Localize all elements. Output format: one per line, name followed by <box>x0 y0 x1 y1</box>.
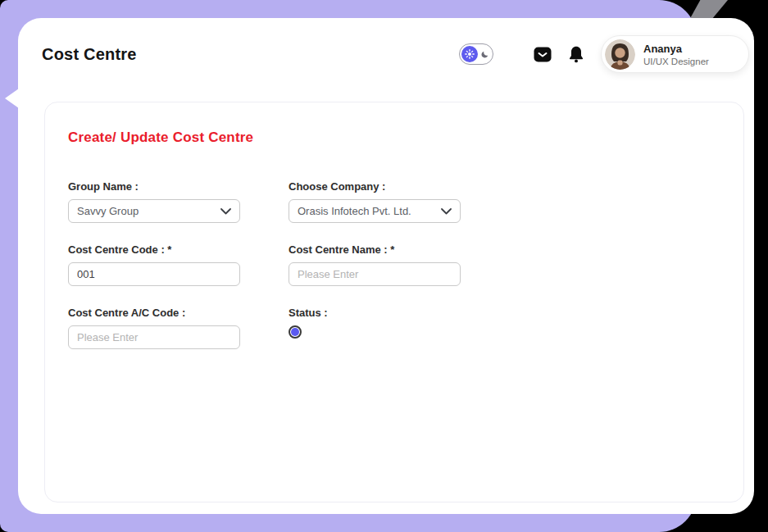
status-label: Status : <box>289 307 461 319</box>
form-grid: Group Name : Savvy Group Choose Company … <box>68 180 720 349</box>
field-status: Status : <box>289 307 461 349</box>
user-profile-chip[interactable]: Ananya UI/UX Designer <box>601 35 749 73</box>
choose-company-label: Choose Company : <box>289 180 461 193</box>
cost-centre-form-card: Create/ Update Cost Centre Group Name : … <box>44 102 744 502</box>
theme-toggle[interactable] <box>459 43 493 65</box>
chevron-down-icon <box>441 208 452 215</box>
page-title: Cost Centre <box>42 45 137 64</box>
bell-icon <box>569 46 584 63</box>
cost-centre-code-label: Cost Centre Code : * <box>68 243 240 256</box>
avatar <box>605 39 635 70</box>
panel-tail-notch <box>5 89 19 108</box>
header-actions: Ananya UI/UX Designer <box>459 35 749 73</box>
chevron-down-icon <box>220 208 231 215</box>
user-meta: Ananya UI/UX Designer <box>643 43 709 66</box>
field-cost-centre-name: Cost Centre Name : * <box>289 243 461 286</box>
group-name-label: Group Name : <box>68 180 240 193</box>
cost-centre-name-label: Cost Centre Name : * <box>289 243 461 256</box>
user-role: UI/UX Designer <box>643 57 709 66</box>
cost-centre-ac-code-label: Cost Centre A/C Code : <box>68 307 240 319</box>
mail-button[interactable] <box>534 47 552 62</box>
choose-company-value: Orasis Infotech Pvt. Ltd. <box>298 205 441 217</box>
form-heading: Create/ Update Cost Centre <box>68 130 720 146</box>
status-radio[interactable] <box>289 325 302 339</box>
user-name: Ananya <box>643 43 709 55</box>
field-choose-company: Choose Company : Orasis Infotech Pvt. Lt… <box>289 180 461 223</box>
cost-centre-code-input[interactable] <box>68 262 240 286</box>
status-radio-dot <box>291 328 299 336</box>
field-cost-centre-ac-code: Cost Centre A/C Code : <box>68 307 240 349</box>
cost-centre-ac-code-input[interactable] <box>68 325 240 349</box>
field-group-name: Group Name : Savvy Group <box>68 180 240 223</box>
sun-icon <box>461 46 478 62</box>
group-name-value: Savvy Group <box>77 205 220 217</box>
notifications-button[interactable] <box>569 46 584 63</box>
moon-icon <box>478 50 491 59</box>
group-name-select[interactable]: Savvy Group <box>68 199 240 223</box>
field-cost-centre-code: Cost Centre Code : * <box>68 243 240 286</box>
header: Cost Centre <box>18 18 754 70</box>
choose-company-select[interactable]: Orasis Infotech Pvt. Ltd. <box>289 199 461 223</box>
main-panel: Cost Centre <box>18 18 754 514</box>
mail-icon <box>534 47 552 62</box>
cost-centre-name-input[interactable] <box>289 262 461 286</box>
